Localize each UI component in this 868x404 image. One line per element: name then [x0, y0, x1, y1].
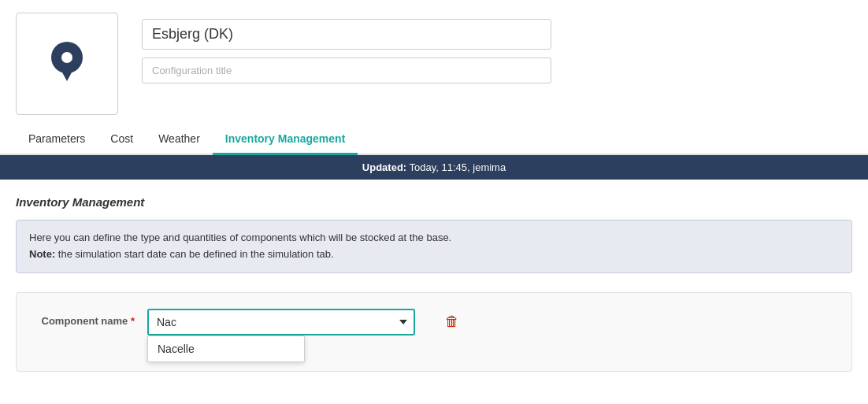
updated-value: Today, 11:45, jemima: [410, 161, 506, 173]
info-box: Here you can define the type and quantit…: [16, 220, 852, 273]
trash-icon: 🗑: [445, 313, 459, 329]
form-row-component: Component name * Nacelle 🗑: [32, 309, 836, 335]
component-select-wrapper: Nacelle: [147, 309, 415, 335]
location-name-input[interactable]: [142, 19, 551, 50]
content-area: Inventory Management Here you can define…: [0, 180, 868, 400]
dropdown-item-nacelle[interactable]: Nacelle: [148, 336, 304, 361]
updated-bar: Updated: Today, 11:45, jemima: [0, 155, 868, 180]
pin-tail: [57, 64, 76, 81]
tab-inventory[interactable]: Inventory Management: [213, 124, 358, 155]
component-label: Component name *: [32, 309, 135, 327]
header-area: [0, 0, 868, 115]
required-star: *: [131, 315, 135, 327]
section-title: Inventory Management: [16, 195, 852, 209]
config-title-input[interactable]: [142, 57, 551, 83]
tab-parameters[interactable]: Parameters: [16, 124, 98, 155]
info-note-text: the simulation start date can be defined…: [58, 248, 334, 260]
tab-cost[interactable]: Cost: [98, 124, 146, 155]
updated-label: Updated:: [362, 161, 406, 173]
tab-weather[interactable]: Weather: [146, 124, 213, 155]
component-dropdown: Nacelle: [147, 335, 305, 362]
header-inputs: [142, 13, 852, 83]
location-icon-box: [16, 13, 118, 115]
info-line1: Here you can define the type and quantit…: [29, 230, 839, 246]
form-section: Component name * Nacelle 🗑 Set stoc: [16, 292, 852, 372]
page-wrapper: Parameters Cost Weather Inventory Manage…: [0, 0, 868, 404]
info-note-label: Note:: [29, 248, 55, 260]
delete-component-button[interactable]: 🗑: [440, 309, 464, 335]
pin-hole: [61, 52, 72, 63]
info-note: Note: the simulation start date can be d…: [29, 246, 839, 263]
component-name-input[interactable]: [147, 309, 415, 335]
tabs-bar: Parameters Cost Weather Inventory Manage…: [0, 124, 868, 155]
location-pin-icon: [48, 42, 86, 86]
add-component-row: + Add component: [0, 400, 868, 404]
